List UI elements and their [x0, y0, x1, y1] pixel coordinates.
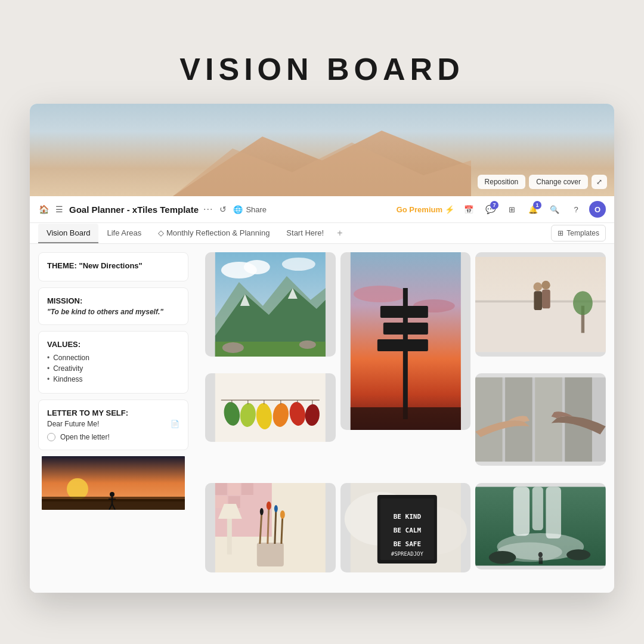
svg-point-38: [573, 291, 593, 315]
tab-add-button[interactable]: +: [332, 223, 347, 243]
dear-text: Dear Future Me!: [47, 420, 99, 428]
toolbar-right: Go Premium ⚡ 📅 💬 ⊞ 🔔 🔍 ? O: [397, 201, 606, 218]
undo-icon[interactable]: ↺: [218, 204, 228, 215]
bekind-photo: BE KIND BE CALM BE SAFE #SPREADJOY: [340, 483, 471, 572]
svg-point-14: [282, 258, 315, 271]
leaves-photo: [205, 373, 336, 442]
templates-grid-icon: ⊞: [558, 229, 564, 237]
theme-label: THEME: "New Directions": [47, 261, 179, 270]
lightning-icon: ⚡: [445, 205, 454, 214]
left-panel: THEME: "New Directions" MISSION: "To be …: [30, 244, 197, 593]
letter-checkbox[interactable]: [47, 433, 55, 441]
tabs-bar: Vision Board Life Areas ◇ Monthly Reflec…: [30, 223, 614, 244]
templates-button[interactable]: ⊞ Templates: [551, 225, 606, 242]
value-item-connection: Connection: [47, 352, 179, 363]
letter-label: LETTER TO MY SELF:: [47, 408, 179, 417]
svg-rect-27: [383, 323, 428, 335]
go-premium-label: Go Premium: [397, 205, 442, 214]
svg-text:BE  SAFE: BE SAFE: [393, 540, 420, 548]
art-supplies-photo: [205, 483, 336, 572]
svg-rect-28: [377, 339, 428, 351]
avatar[interactable]: O: [589, 201, 606, 218]
svg-text:#SPREADJOY: #SPREADJOY: [391, 551, 423, 557]
tab-monthly-reflection[interactable]: ◇ Monthly Reflection & Planning: [150, 224, 278, 243]
svg-rect-86: [513, 487, 530, 535]
svg-text:BE  KIND: BE KIND: [393, 513, 421, 521]
app-window: Reposition Change cover ⤢ 🏠 ☰ Goal Plann…: [30, 104, 614, 593]
expand-icon[interactable]: ⤢: [592, 175, 607, 189]
cover-area: Reposition Change cover ⤢: [30, 104, 614, 196]
message-icon[interactable]: 💬: [482, 201, 499, 218]
svg-line-70: [275, 510, 276, 544]
globe-icon: 🌐: [233, 205, 243, 214]
open-letter-label: Open the letter!: [60, 433, 110, 441]
tab-vision-board-label: Vision Board: [47, 228, 90, 237]
svg-text:BE  CALM: BE CALM: [393, 527, 421, 534]
share-button[interactable]: 🌐 Share: [233, 205, 267, 214]
open-letter-item[interactable]: Open the letter!: [47, 433, 179, 441]
mission-card: MISSION: "To be kind to others and mysel…: [38, 287, 188, 325]
tab-vision-board[interactable]: Vision Board: [38, 224, 98, 243]
notification-icon[interactable]: 🔔: [525, 201, 541, 218]
tab-start-here[interactable]: Start Here!: [278, 224, 332, 243]
tab-start-here-label: Start Here!: [286, 228, 324, 237]
templates-label: Templates: [566, 229, 599, 237]
svg-point-6: [110, 492, 114, 497]
more-options-icon[interactable]: ···: [203, 204, 213, 215]
waterfall-photo: [475, 483, 606, 569]
cover-buttons: Reposition Change cover ⤢: [478, 175, 607, 189]
app-title: Goal Planner - xTiles Template: [69, 205, 199, 215]
svg-rect-61: [228, 483, 240, 495]
svg-rect-94: [539, 558, 543, 564]
value-item-creativity: Creativity: [47, 363, 179, 374]
hands-photo: [475, 373, 606, 466]
svg-rect-29: [350, 407, 460, 430]
svg-rect-74: [227, 519, 232, 555]
values-card: VALUES: Connection Creativity Kindness: [38, 331, 188, 394]
svg-rect-65: [257, 543, 284, 566]
svg-rect-34: [534, 291, 543, 310]
svg-rect-26: [380, 306, 428, 318]
svg-rect-36: [542, 289, 550, 308]
svg-point-33: [534, 283, 543, 292]
help-icon[interactable]: ?: [568, 201, 584, 218]
svg-rect-87: [532, 487, 543, 530]
values-label: VALUES:: [47, 340, 179, 349]
mission-label: MISSION:: [47, 296, 179, 305]
svg-point-35: [541, 281, 550, 290]
svg-line-68: [268, 507, 269, 544]
grid-icon[interactable]: ⊞: [503, 201, 520, 218]
svg-line-72: [281, 516, 283, 544]
go-premium-button[interactable]: Go Premium ⚡: [397, 205, 454, 214]
girls-photo: [475, 252, 606, 357]
svg-point-21: [299, 340, 316, 349]
svg-point-71: [274, 505, 278, 512]
calendar-icon[interactable]: 📅: [460, 201, 477, 218]
page-wrapper: VISION BOARD Reposition: [0, 0, 644, 644]
svg-point-13: [244, 260, 270, 274]
beach-photo: [38, 456, 188, 510]
tab-monthly-reflection-label: ◇ Monthly Reflection & Planning: [158, 228, 270, 237]
tab-life-areas-label: Life Areas: [107, 228, 141, 237]
search-icon[interactable]: 🔍: [546, 201, 563, 218]
mountain-photo: [205, 252, 336, 357]
document-icon: 📄: [171, 420, 179, 428]
tab-life-areas[interactable]: Life Areas: [98, 224, 150, 243]
sunset-photo: [340, 252, 471, 430]
letter-card: LETTER TO MY SELF: Dear Future Me! 📄 Ope…: [38, 400, 188, 450]
home-icon[interactable]: 🏠: [38, 204, 49, 215]
svg-point-20: [222, 342, 244, 353]
toolbar-actions: 📅 💬 ⊞ 🔔 🔍 ? O: [460, 201, 606, 218]
main-content: THEME: "New Directions" MISSION: "To be …: [30, 244, 614, 593]
mission-text: "To be kind to others and myself.": [47, 308, 179, 316]
svg-point-73: [280, 510, 285, 519]
toolbar: 🏠 ☰ Goal Planner - xTiles Template ··· ↺…: [30, 196, 614, 223]
reposition-button[interactable]: Reposition: [478, 175, 526, 189]
svg-rect-60: [215, 483, 227, 495]
svg-rect-62: [242, 483, 253, 495]
svg-rect-54: [475, 377, 503, 462]
svg-point-91: [489, 551, 516, 564]
theme-card: THEME: "New Directions": [38, 252, 188, 281]
menu-icon[interactable]: ☰: [54, 204, 64, 215]
change-cover-button[interactable]: Change cover: [529, 175, 588, 189]
